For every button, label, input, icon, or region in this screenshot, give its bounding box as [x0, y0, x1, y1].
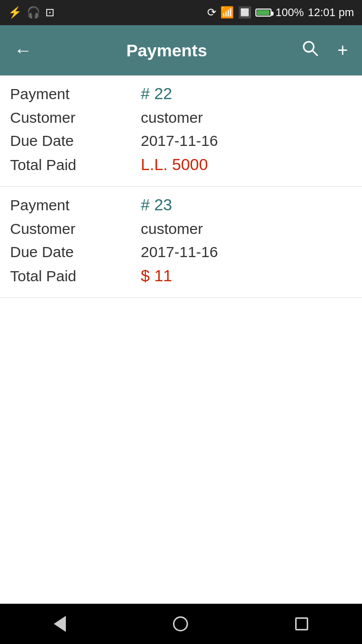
usb-icon: ⚡ [8, 6, 22, 19]
headset-icon: 🎧 [27, 6, 40, 19]
battery-indicator [255, 9, 272, 17]
payment-value-22: # 22 [141, 85, 172, 103]
due-date-value-22: 2017-11-16 [141, 132, 218, 149]
total-paid-row-22: Total Paid L.L. 5000 [10, 152, 352, 177]
total-paid-value-23: $ 11 [141, 267, 172, 285]
bottom-nav [0, 604, 362, 644]
status-bar: ⚡ 🎧 ⊡ ⟳ 📶 🔲 100% 12:01 pm [0, 0, 362, 25]
svg-line-1 [312, 50, 317, 55]
payment-card-22[interactable]: Payment # 22 Customer customer Due Date … [0, 75, 362, 187]
sim-icon: 🔲 [238, 6, 251, 19]
due-date-row-23: Due Date 2017-11-16 [10, 240, 352, 264]
recent-nav-icon [295, 617, 308, 630]
status-icons-left: ⚡ 🎧 ⊡ [8, 6, 54, 19]
total-paid-row-23: Total Paid $ 11 [10, 264, 352, 288]
app-bar-actions: + [297, 35, 352, 66]
due-date-row-22: Due Date 2017-11-16 [10, 129, 352, 152]
customer-label-23: Customer [10, 220, 141, 237]
wifi-icon: 📶 [220, 6, 234, 19]
back-button[interactable]: ← [10, 37, 36, 63]
customer-row-22: Customer customer [10, 106, 352, 129]
payment-card-23[interactable]: Payment # 23 Customer customer Due Date … [0, 187, 362, 298]
rotate-icon: ⟳ [207, 6, 216, 19]
add-button[interactable]: + [333, 36, 352, 65]
nav-recent-button[interactable] [280, 612, 323, 635]
back-nav-icon [54, 616, 66, 632]
status-icons-right: ⟳ 📶 🔲 100% 12:01 pm [207, 6, 354, 19]
payments-list: Payment # 22 Customer customer Due Date … [0, 75, 362, 298]
customer-row-23: Customer customer [10, 217, 352, 240]
time-display: 12:01 pm [308, 6, 354, 19]
payment-label-23: Payment [10, 197, 141, 214]
customer-value-22: customer [141, 109, 203, 126]
payment-label-22: Payment [10, 86, 141, 103]
due-date-value-23: 2017-11-16 [141, 244, 218, 261]
payment-number-row-22: Payment # 22 [10, 82, 352, 106]
total-paid-label-23: Total Paid [10, 268, 141, 285]
total-paid-label-22: Total Paid [10, 156, 141, 174]
screenshot-icon: ⊡ [45, 6, 54, 19]
due-date-label-23: Due Date [10, 244, 141, 261]
nav-back-button[interactable] [39, 611, 81, 637]
customer-label-22: Customer [10, 109, 141, 126]
home-nav-icon [173, 616, 188, 631]
due-date-label-22: Due Date [10, 132, 141, 149]
total-paid-value-22: L.L. 5000 [141, 155, 208, 174]
battery-percent: 100% [276, 6, 304, 19]
search-button[interactable] [297, 35, 323, 66]
page-title: Payments [44, 41, 289, 60]
customer-value-23: customer [141, 220, 203, 237]
app-bar: ← Payments + [0, 25, 362, 75]
payment-number-row-23: Payment # 23 [10, 193, 352, 217]
payment-value-23: # 23 [141, 196, 172, 214]
nav-home-button[interactable] [158, 611, 203, 636]
